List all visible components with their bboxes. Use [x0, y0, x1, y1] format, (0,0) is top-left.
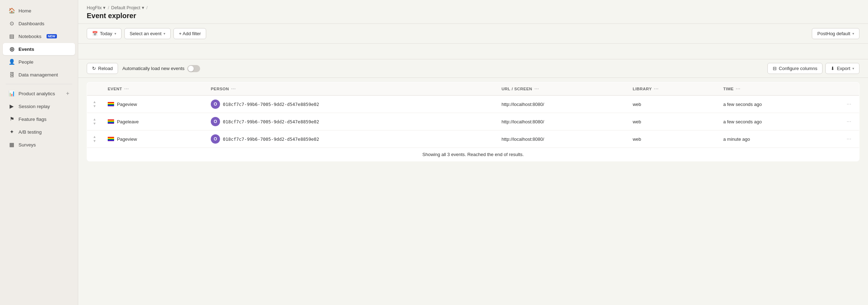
- row-expander-btn[interactable]: ▲ ▼: [93, 135, 96, 143]
- search-input[interactable]: [87, 47, 859, 55]
- sidebar-item-label: Data management: [18, 72, 58, 77]
- breadcrumb-sep-1: /: [108, 5, 109, 10]
- row-expander[interactable]: ▲ ▼: [87, 130, 102, 148]
- dashboards-icon: ⊙: [9, 20, 15, 27]
- breadcrumb-hogflix[interactable]: HogFlix ▾: [87, 5, 106, 10]
- col-person-label: PERSON: [211, 87, 229, 91]
- breadcrumb-default-project[interactable]: Default Project ▾: [111, 5, 144, 10]
- sidebar-item-dashboards[interactable]: ⊙ Dashboards: [3, 17, 75, 30]
- sidebar-item-label: People: [18, 59, 33, 65]
- breadcrumb-hogflix-label: HogFlix: [87, 5, 102, 10]
- sidebar-item-label: Dashboards: [18, 21, 44, 26]
- row-event: Pageview: [102, 96, 205, 113]
- sidebar-item-people[interactable]: 👤 People: [3, 56, 75, 68]
- row-expander-btn[interactable]: ▲ ▼: [93, 118, 96, 125]
- configure-columns-button[interactable]: ⊟ Configure columns: [767, 63, 823, 74]
- auto-load-text: Automatically load new events: [122, 66, 184, 71]
- col-time: TIME ···: [718, 82, 839, 96]
- row-expander[interactable]: ▲ ▼: [87, 96, 102, 113]
- col-event-label: EVENT: [108, 87, 122, 91]
- row-menu-button[interactable]: ···: [845, 118, 853, 125]
- col-event: EVENT ···: [102, 82, 205, 96]
- table-header: EVENT ··· PERSON ··· URL / SCREEN: [87, 82, 859, 96]
- row-menu-button[interactable]: ···: [845, 135, 853, 143]
- col-event-menu[interactable]: ···: [124, 86, 129, 92]
- breadcrumb: HogFlix ▾ / Default Project ▾ /: [87, 5, 859, 10]
- date-filter-label: Today: [100, 31, 112, 36]
- event-filter-button[interactable]: Select an event ▾: [124, 28, 171, 39]
- row-expander[interactable]: ▲ ▼: [87, 113, 102, 130]
- add-filter-button[interactable]: + Add filter: [173, 28, 206, 39]
- event-rainbow-icon: [108, 102, 114, 106]
- export-chevron: ▾: [852, 66, 854, 70]
- table-row[interactable]: ▲ ▼ Pageleave O 018cf7c7-99b6-7005-9dd2-…: [87, 113, 859, 130]
- row-person: O 018cf7c7-99b6-7005-9dd2-d547e8859e02: [205, 96, 496, 113]
- reload-label: Reload: [98, 66, 113, 71]
- avatar: O: [211, 100, 220, 109]
- col-time-menu[interactable]: ···: [736, 86, 740, 92]
- table-header-row: EVENT ··· PERSON ··· URL / SCREEN: [87, 82, 859, 96]
- row-library: web: [627, 113, 718, 130]
- col-library: LIBRARY ···: [627, 82, 718, 96]
- breadcrumb-hogflix-chevron: ▾: [103, 5, 106, 10]
- col-person-menu[interactable]: ···: [231, 86, 236, 92]
- sidebar-item-events[interactable]: ◎ Events: [3, 43, 75, 55]
- sidebar-item-ab-testing[interactable]: ✦ A/B testing: [3, 126, 75, 138]
- sidebar-item-home[interactable]: 🏠 Home: [3, 5, 75, 17]
- export-button[interactable]: ⬇ Export ▾: [825, 63, 859, 74]
- event-rainbow-icon: [108, 119, 114, 124]
- row-library: web: [627, 130, 718, 148]
- ab-testing-icon: ✦: [9, 129, 15, 135]
- avatar: O: [211, 134, 220, 144]
- sidebar-item-label: Session replay: [18, 104, 50, 109]
- feature-flags-icon: ⚑: [9, 116, 15, 122]
- sidebar-item-notebooks[interactable]: ▤ Notebooks NEW: [3, 30, 75, 42]
- table-row[interactable]: ▲ ▼ Pageview O 018cf7c7-99b6-7005-9dd2-d…: [87, 96, 859, 113]
- reload-button[interactable]: ↻ Reload: [87, 63, 118, 74]
- avatar: O: [211, 117, 220, 126]
- row-person: O 018cf7c7-99b6-7005-9dd2-d547e8859e02: [205, 130, 496, 148]
- sidebar-item-data-management[interactable]: 🗄 Data management: [3, 69, 75, 81]
- event-name: Pageleave: [117, 119, 139, 124]
- breadcrumb-project-label: Default Project: [111, 5, 140, 10]
- auto-load-container: Automatically load new events: [122, 65, 200, 72]
- toolbar: 📅 Today ▾ Select an event ▾ + Add filter…: [78, 24, 868, 44]
- chevron-up-icon: ▲: [93, 118, 96, 121]
- sidebar-item-label: Notebooks: [18, 34, 42, 39]
- configure-columns-label: Configure columns: [779, 66, 817, 71]
- chevron-up-icon: ▲: [93, 135, 96, 139]
- table-footer-row: Showing all 3 events. Reached the end of…: [87, 148, 859, 161]
- sidebar-item-feature-flags[interactable]: ⚑ Feature flags: [3, 113, 75, 125]
- product-analytics-add-icon[interactable]: +: [66, 91, 69, 96]
- table-body: ▲ ▼ Pageview O 018cf7c7-99b6-7005-9dd2-d…: [87, 96, 859, 148]
- auto-load-toggle[interactable]: [187, 65, 200, 72]
- event-filter-label: Select an event: [130, 31, 162, 36]
- sidebar-item-product-analytics[interactable]: 📊 Product analytics +: [3, 87, 75, 100]
- date-filter-button[interactable]: 📅 Today ▾: [87, 28, 122, 39]
- sidebar-item-label: Events: [18, 47, 34, 52]
- person-cell: O 018cf7c7-99b6-7005-9dd2-d547e8859e02: [211, 117, 490, 126]
- events-icon: ◎: [9, 46, 15, 52]
- event-cell: Pageleave: [108, 119, 199, 124]
- add-filter-label: + Add filter: [179, 31, 201, 36]
- col-url-menu[interactable]: ···: [534, 86, 539, 92]
- row-library: web: [627, 96, 718, 113]
- chevron-up-icon: ▲: [93, 100, 96, 104]
- row-actions[interactable]: ···: [839, 96, 859, 113]
- row-event: Pageview: [102, 130, 205, 148]
- table-row[interactable]: ▲ ▼ Pageview O 018cf7c7-99b6-7005-9dd2-d…: [87, 130, 859, 148]
- row-expander-btn[interactable]: ▲ ▼: [93, 100, 96, 108]
- sidebar: 🏠 Home ⊙ Dashboards ▤ Notebooks NEW ◎ Ev…: [0, 0, 78, 305]
- data-management-icon: 🗄: [9, 71, 15, 78]
- data-source-button[interactable]: PostHog default ▾: [812, 28, 859, 39]
- row-menu-button[interactable]: ···: [845, 100, 853, 108]
- sidebar-item-session-replay[interactable]: ▶ Session replay: [3, 100, 75, 112]
- row-actions[interactable]: ···: [839, 113, 859, 130]
- breadcrumb-project-chevron: ▾: [142, 5, 144, 10]
- person-id: 018cf7c7-99b6-7005-9dd2-d547e8859e02: [223, 119, 319, 124]
- col-url: URL / SCREEN ···: [496, 82, 627, 96]
- col-library-menu[interactable]: ···: [654, 86, 659, 92]
- sidebar-item-surveys[interactable]: ▦ Surveys: [3, 139, 75, 151]
- sidebar-item-label: Surveys: [18, 142, 36, 148]
- row-actions[interactable]: ···: [839, 130, 859, 148]
